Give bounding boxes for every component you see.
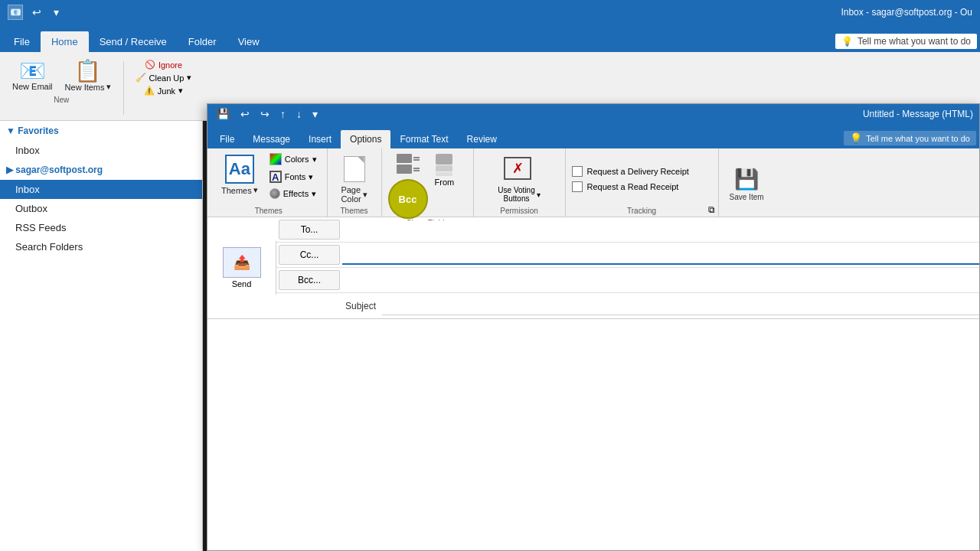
bcc-label: Bcc (399, 194, 417, 205)
msg-search-label: Tell me what you want to do (866, 134, 970, 143)
fonts-button[interactable]: A Fonts ▾ (266, 169, 321, 184)
effects-label: Effects (283, 189, 309, 198)
page-color-icon (340, 155, 369, 184)
page-color-button[interactable]: PageColor ▾ (334, 152, 375, 207)
tab-folder[interactable]: Folder (178, 31, 227, 52)
msg-search-icon: 💡 (850, 132, 862, 144)
delivery-receipt-row: Request a Delivery Receipt (572, 166, 689, 177)
dropdown-button[interactable]: ▾ (51, 5, 62, 20)
sidebar-item-inbox-favorites[interactable]: Inbox (0, 141, 202, 160)
msg-tab-format-text[interactable]: Format Text (390, 130, 457, 148)
send-panel: 📤 Send (207, 241, 276, 295)
voting-icon: ✗ (504, 157, 534, 184)
bcc-wrapper: Bcc (388, 152, 428, 219)
colors-dropdown-icon: ▾ (312, 155, 317, 165)
show-fields-content: Bcc From (388, 152, 467, 219)
msg-save-quick-button[interactable]: 💾 (214, 106, 233, 122)
subject-label: Subject (276, 301, 382, 311)
compose-body[interactable] (207, 319, 979, 550)
msg-tab-options[interactable]: Options (341, 130, 390, 148)
fonts-dropdown-icon: ▾ (309, 172, 313, 182)
to-button[interactable]: To... (279, 220, 340, 240)
to-input[interactable] (342, 220, 979, 239)
msg-search-box[interactable]: 💡 Tell me what you want to do (844, 131, 976, 145)
bcc-input[interactable] (342, 271, 979, 289)
ignore-label: Ignore (158, 60, 182, 70)
tracking-section-label: Tracking (572, 207, 712, 217)
save-item-content: 💾 Save Item (725, 152, 769, 217)
save-item-button[interactable]: 💾 Save Item (725, 165, 769, 204)
new-email-icon: 📧 (19, 60, 46, 82)
sidebar-account-header[interactable]: ▶ sagar@softpost.org (0, 160, 202, 180)
msg-ribbon-themes-content: Aa Themes ▾ Colors ▾ A Fonts (217, 152, 321, 207)
tracking-content: Request a Delivery Receipt Request a Rea… (572, 152, 712, 207)
new-email-label: New Email (12, 82, 53, 91)
tab-send-receive[interactable]: Send / Receive (89, 31, 178, 52)
msg-quick-bar: 💾 ↩ ↪ ↑ ↓ ▾ Untitled - Message (HTML) (207, 104, 979, 124)
cleanup-button[interactable]: 🧹 Clean Up ▾ (132, 71, 196, 84)
tab-file[interactable]: File (3, 31, 41, 52)
msg-ribbon-themes-section: Aa Themes ▾ Colors ▾ A Fonts (211, 148, 328, 217)
msg-tab-review[interactable]: Review (458, 130, 506, 148)
title-bar: 📧 ↩ ▾ Inbox - sagar@softpost.org - Ou (0, 0, 980, 24)
new-email-button[interactable]: 📧 New Email (8, 58, 57, 93)
title-bar-left: 📧 ↩ ▾ (8, 5, 62, 20)
bcc-field-button[interactable]: Bcc... (279, 270, 340, 290)
themes-button[interactable]: Aa Themes ▾ (217, 152, 263, 198)
page-color-content: PageColor ▾ (334, 152, 375, 207)
save-item-icon: 💾 (734, 168, 759, 191)
compose-header: 📤 Send To... Cc... Bcc... (207, 217, 979, 319)
new-items-dropdown-icon: ▾ (106, 82, 111, 92)
fonts-label: Fonts (285, 172, 306, 181)
delivery-receipt-label: Request a Delivery Receipt (587, 167, 689, 176)
junk-button[interactable]: ⚠️ Junk ▾ (140, 84, 187, 97)
colors-button[interactable]: Colors ▾ (266, 152, 321, 167)
sidebar-favorites-header[interactable]: ▼ Favorites (0, 121, 202, 141)
sidebar-item-rss-feeds[interactable]: RSS Feeds (0, 218, 202, 237)
cc-input[interactable] (342, 245, 979, 265)
ribbon-group-delete: 🚫 Ignore 🧹 Clean Up ▾ ⚠️ Junk ▾ (127, 55, 201, 100)
use-voting-button[interactable]: ✗ Use VotingButtons ▾ (494, 155, 544, 205)
effects-icon (270, 188, 280, 199)
sidebar-item-outbox[interactable]: Outbox (0, 199, 202, 218)
msg-ribbon-permission-section: ✗ Use VotingButtons ▾ Permission (474, 148, 566, 217)
msg-down-button[interactable]: ↓ (293, 106, 305, 122)
main-search[interactable]: 💡 Tell me what you want to do (835, 34, 977, 49)
tab-home[interactable]: Home (41, 31, 89, 52)
msg-redo-button[interactable]: ↪ (257, 106, 273, 122)
msg-tab-file[interactable]: File (211, 130, 243, 148)
msg-nav: File Message Insert Options Format Text … (207, 124, 979, 148)
read-receipt-label: Request a Read Receipt (587, 182, 679, 191)
send-button[interactable]: 📤 Send (223, 247, 261, 289)
bcc-lines-icon (397, 154, 420, 174)
msg-customize-button[interactable]: ▾ (309, 106, 321, 122)
junk-label: Junk (158, 86, 175, 96)
subject-input[interactable] (382, 296, 979, 315)
msg-tab-insert[interactable]: Insert (299, 130, 341, 148)
msg-up-button[interactable]: ↑ (277, 106, 289, 122)
themes-section-label: Themes (217, 207, 321, 217)
new-items-icon: 📋 (74, 60, 101, 82)
read-receipt-checkbox[interactable] (572, 181, 583, 192)
delivery-receipt-checkbox[interactable] (572, 166, 583, 177)
msg-tab-message[interactable]: Message (243, 130, 299, 148)
undo-button[interactable]: ↩ (29, 5, 44, 20)
tab-view[interactable]: View (227, 31, 270, 52)
search-icon: 💡 (841, 36, 853, 47)
effects-button[interactable]: Effects ▾ (266, 187, 321, 201)
tracking-dialog-launcher[interactable]: ⧉ (708, 204, 715, 215)
sidebar-item-search-folders[interactable]: Search Folders (0, 237, 202, 256)
message-window: 💾 ↩ ↪ ↑ ↓ ▾ Untitled - Message (HTML) Fi… (207, 103, 980, 551)
cleanup-dropdown-icon: ▾ (187, 73, 191, 83)
use-voting-dropdown-icon: ▾ (537, 191, 541, 199)
new-items-button[interactable]: 📋 New Items ▾ (60, 58, 116, 94)
page-color-section-label: Themes (334, 207, 375, 217)
from-button[interactable]: From (431, 152, 459, 189)
ignore-button[interactable]: 🚫 Ignore (141, 58, 186, 71)
ribbon-sep-1 (123, 61, 124, 115)
cc-button[interactable]: Cc... (279, 245, 340, 265)
bcc-button[interactable]: Bcc (388, 179, 428, 219)
msg-undo-button[interactable]: ↩ (237, 106, 253, 122)
effects-dropdown-icon: ▾ (312, 189, 316, 199)
sidebar-item-inbox[interactable]: Inbox (0, 180, 202, 199)
